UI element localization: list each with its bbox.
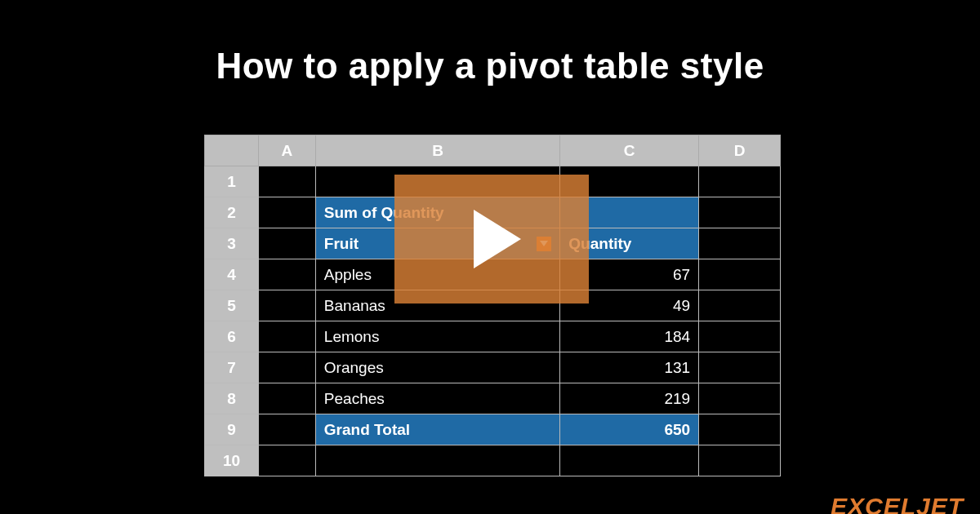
cell[interactable]	[258, 259, 315, 290]
cell[interactable]	[699, 197, 781, 228]
cell[interactable]	[258, 445, 315, 476]
pivot-fruit-qty[interactable]: 184	[560, 321, 699, 352]
row-header[interactable]: 10	[205, 445, 259, 476]
cell[interactable]	[258, 383, 315, 414]
row-header[interactable]: 2	[205, 197, 259, 228]
row-header[interactable]: 6	[205, 321, 259, 352]
row-header[interactable]: 3	[205, 228, 259, 259]
cell[interactable]	[258, 321, 315, 352]
corner-cell[interactable]	[205, 135, 259, 166]
cell[interactable]	[699, 321, 781, 352]
cell[interactable]	[258, 290, 315, 321]
cell[interactable]	[699, 228, 781, 259]
cell[interactable]	[258, 166, 315, 197]
col-header-b[interactable]: B	[315, 135, 559, 166]
pivot-fruit-qty[interactable]: 131	[560, 352, 699, 383]
table-row: 8 Peaches 219	[205, 383, 781, 414]
table-row: 6 Lemons 184	[205, 321, 781, 352]
col-header-c[interactable]: C	[560, 135, 699, 166]
column-header-row: A B C D	[205, 135, 781, 166]
col-header-d[interactable]: D	[699, 135, 781, 166]
cell[interactable]	[699, 166, 781, 197]
row-header[interactable]: 7	[205, 352, 259, 383]
video-play-button[interactable]	[394, 175, 589, 304]
brand-logo: EXCELJET	[831, 493, 964, 514]
cell[interactable]	[258, 414, 315, 445]
play-icon	[474, 210, 521, 268]
pivot-fruit-qty[interactable]: 219	[560, 383, 699, 414]
cell[interactable]	[699, 383, 781, 414]
cell[interactable]	[315, 445, 559, 476]
page-title: How to apply a pivot table style	[0, 46, 980, 86]
pivot-fruit-name[interactable]: Peaches	[315, 383, 559, 414]
row-header[interactable]: 5	[205, 290, 259, 321]
table-row: 10	[205, 445, 781, 476]
cell[interactable]	[560, 445, 699, 476]
pivot-grand-total-label[interactable]: Grand Total	[315, 414, 559, 445]
fruit-label: Fruit	[324, 235, 359, 253]
cell[interactable]	[699, 290, 781, 321]
pivot-grand-total-value[interactable]: 650	[560, 414, 699, 445]
cell[interactable]	[699, 445, 781, 476]
cell[interactable]	[258, 352, 315, 383]
cell[interactable]	[258, 228, 315, 259]
row-header[interactable]: 1	[205, 166, 259, 197]
col-header-a[interactable]: A	[258, 135, 315, 166]
row-header[interactable]: 8	[205, 383, 259, 414]
cell[interactable]	[699, 259, 781, 290]
table-row: 9 Grand Total 650	[205, 414, 781, 445]
row-header[interactable]: 4	[205, 259, 259, 290]
pivot-fruit-name[interactable]: Oranges	[315, 352, 559, 383]
pivot-fruit-name[interactable]: Lemons	[315, 321, 559, 352]
cell[interactable]	[258, 197, 315, 228]
table-row: 7 Oranges 131	[205, 352, 781, 383]
cell[interactable]	[699, 414, 781, 445]
row-header[interactable]: 9	[205, 414, 259, 445]
cell[interactable]	[699, 352, 781, 383]
